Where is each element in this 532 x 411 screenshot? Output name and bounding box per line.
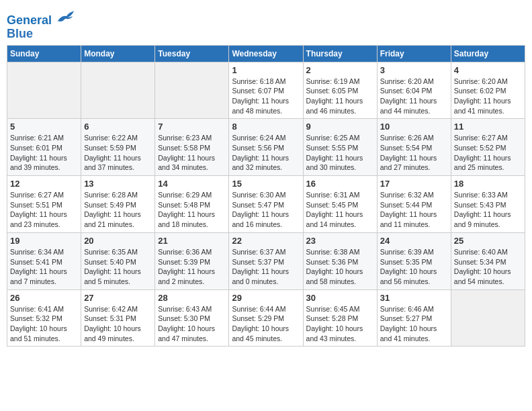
daylight-text: Daylight: 10 hours and 41 minutes. — [380, 324, 448, 343]
sunrise-text: Sunrise: 6:42 AM — [84, 304, 152, 314]
calendar-cell: 9Sunrise: 6:25 AMSunset: 5:55 PMDaylight… — [303, 119, 377, 176]
sunset-text: Sunset: 5:52 PM — [454, 143, 522, 153]
calendar-cell: 29Sunrise: 6:44 AMSunset: 5:29 PMDayligh… — [229, 289, 303, 347]
sunset-text: Sunset: 5:35 PM — [380, 257, 448, 267]
sunrise-text: Sunrise: 6:25 AM — [306, 133, 374, 143]
sunset-text: Sunset: 5:30 PM — [158, 314, 226, 324]
day-info: Sunrise: 6:40 AMSunset: 5:34 PMDaylight:… — [454, 247, 522, 287]
calendar-week-row: 26Sunrise: 6:41 AMSunset: 5:32 PMDayligh… — [7, 289, 525, 347]
calendar-cell: 3Sunrise: 6:20 AMSunset: 6:04 PMDaylight… — [377, 62, 451, 119]
calendar-week-row: 12Sunrise: 6:27 AMSunset: 5:51 PMDayligh… — [7, 176, 525, 233]
day-number: 2 — [306, 65, 374, 75]
sunset-text: Sunset: 6:05 PM — [306, 86, 374, 96]
day-number: 20 — [84, 236, 152, 246]
daylight-text: Daylight: 11 hours and 41 minutes. — [454, 96, 522, 116]
calendar-cell: 17Sunrise: 6:32 AMSunset: 5:44 PMDayligh… — [377, 176, 451, 233]
sunrise-text: Sunrise: 6:43 AM — [158, 304, 226, 314]
sunrise-text: Sunrise: 6:32 AM — [380, 190, 448, 200]
calendar-cell: 11Sunrise: 6:27 AMSunset: 5:52 PMDayligh… — [451, 119, 525, 176]
daylight-text: Daylight: 11 hours and 37 minutes. — [84, 153, 152, 173]
day-number: 30 — [306, 293, 374, 303]
sunrise-text: Sunrise: 6:19 AM — [306, 77, 374, 87]
sunrise-text: Sunrise: 6:46 AM — [380, 304, 448, 314]
day-info: Sunrise: 6:22 AMSunset: 5:59 PMDaylight:… — [84, 133, 152, 173]
day-number: 26 — [10, 293, 78, 303]
calendar-cell: 14Sunrise: 6:29 AMSunset: 5:48 PMDayligh… — [155, 176, 229, 233]
logo-general: General — [7, 13, 52, 27]
daylight-text: Daylight: 11 hours and 5 minutes. — [84, 267, 152, 286]
day-info: Sunrise: 6:32 AMSunset: 5:44 PMDaylight:… — [380, 190, 448, 230]
calendar-cell: 16Sunrise: 6:31 AMSunset: 5:45 PMDayligh… — [303, 176, 377, 233]
day-number: 4 — [454, 65, 522, 75]
calendar-cell: 22Sunrise: 6:37 AMSunset: 5:37 PMDayligh… — [229, 232, 303, 289]
sunrise-text: Sunrise: 6:22 AM — [84, 133, 152, 143]
calendar-table: SundayMondayTuesdayWednesdayThursdayFrid… — [7, 45, 525, 347]
sunset-text: Sunset: 5:40 PM — [84, 257, 152, 267]
daylight-text: Daylight: 11 hours and 48 minutes. — [232, 96, 300, 116]
day-number: 7 — [158, 122, 226, 132]
sunrise-text: Sunrise: 6:39 AM — [380, 247, 448, 257]
sunrise-text: Sunrise: 6:35 AM — [84, 247, 152, 257]
sunset-text: Sunset: 5:34 PM — [454, 257, 522, 267]
day-info: Sunrise: 6:20 AMSunset: 6:04 PMDaylight:… — [380, 77, 448, 116]
day-number: 28 — [158, 293, 226, 303]
calendar-cell: 30Sunrise: 6:45 AMSunset: 5:28 PMDayligh… — [303, 289, 377, 347]
day-info: Sunrise: 6:39 AMSunset: 5:35 PMDaylight:… — [380, 247, 448, 287]
calendar-cell: 7Sunrise: 6:23 AMSunset: 5:58 PMDaylight… — [155, 119, 229, 176]
daylight-text: Daylight: 10 hours and 45 minutes. — [232, 324, 300, 343]
day-info: Sunrise: 6:27 AMSunset: 5:51 PMDaylight:… — [10, 190, 78, 230]
day-info: Sunrise: 6:38 AMSunset: 5:36 PMDaylight:… — [306, 247, 374, 287]
day-number: 16 — [306, 179, 374, 189]
day-info: Sunrise: 6:29 AMSunset: 5:48 PMDaylight:… — [158, 190, 226, 230]
daylight-text: Daylight: 11 hours and 18 minutes. — [158, 210, 226, 229]
day-number: 5 — [10, 122, 78, 132]
sunset-text: Sunset: 5:47 PM — [232, 200, 300, 210]
sunset-text: Sunset: 5:56 PM — [232, 143, 300, 153]
day-info: Sunrise: 6:43 AMSunset: 5:30 PMDaylight:… — [158, 304, 226, 344]
calendar-cell: 12Sunrise: 6:27 AMSunset: 5:51 PMDayligh… — [7, 176, 81, 233]
sunrise-text: Sunrise: 6:34 AM — [10, 247, 78, 257]
day-info: Sunrise: 6:44 AMSunset: 5:29 PMDaylight:… — [232, 304, 300, 344]
day-number: 24 — [380, 236, 448, 246]
sunset-text: Sunset: 5:55 PM — [306, 143, 374, 153]
calendar-cell: 2Sunrise: 6:19 AMSunset: 6:05 PMDaylight… — [303, 62, 377, 119]
daylight-text: Daylight: 10 hours and 49 minutes. — [84, 324, 152, 343]
calendar-cell — [155, 62, 229, 119]
sunset-text: Sunset: 5:32 PM — [10, 314, 78, 324]
day-number: 21 — [158, 236, 226, 246]
calendar-cell: 31Sunrise: 6:46 AMSunset: 5:27 PMDayligh… — [377, 289, 451, 347]
daylight-text: Daylight: 11 hours and 14 minutes. — [306, 210, 374, 229]
daylight-text: Daylight: 11 hours and 32 minutes. — [232, 153, 300, 173]
day-info: Sunrise: 6:25 AMSunset: 5:55 PMDaylight:… — [306, 133, 374, 173]
sunrise-text: Sunrise: 6:20 AM — [380, 77, 448, 87]
calendar-cell — [81, 62, 155, 119]
sunrise-text: Sunrise: 6:44 AM — [232, 304, 300, 314]
day-number: 17 — [380, 179, 448, 189]
daylight-text: Daylight: 10 hours and 56 minutes. — [380, 267, 448, 286]
day-number: 29 — [232, 293, 300, 303]
calendar-cell: 21Sunrise: 6:36 AMSunset: 5:39 PMDayligh… — [155, 232, 229, 289]
sunrise-text: Sunrise: 6:29 AM — [158, 190, 226, 200]
day-info: Sunrise: 6:26 AMSunset: 5:54 PMDaylight:… — [380, 133, 448, 173]
day-number: 27 — [84, 293, 152, 303]
logo-blue: Blue — [7, 27, 33, 40]
day-number: 15 — [232, 179, 300, 189]
calendar-cell: 8Sunrise: 6:24 AMSunset: 5:56 PMDaylight… — [229, 119, 303, 176]
calendar-cell: 4Sunrise: 6:20 AMSunset: 6:02 PMDaylight… — [451, 62, 525, 119]
sunset-text: Sunset: 5:45 PM — [306, 200, 374, 210]
daylight-text: Daylight: 11 hours and 25 minutes. — [454, 153, 522, 173]
sunset-text: Sunset: 5:29 PM — [232, 314, 300, 324]
sunrise-text: Sunrise: 6:37 AM — [232, 247, 300, 257]
calendar-cell — [451, 289, 525, 347]
sunrise-text: Sunrise: 6:27 AM — [454, 133, 522, 143]
calendar-cell: 1Sunrise: 6:18 AMSunset: 6:07 PMDaylight… — [229, 62, 303, 119]
logo-bird-icon — [56, 9, 75, 24]
daylight-text: Daylight: 10 hours and 54 minutes. — [454, 267, 522, 286]
day-info: Sunrise: 6:20 AMSunset: 6:02 PMDaylight:… — [454, 77, 522, 116]
sunrise-text: Sunrise: 6:33 AM — [454, 190, 522, 200]
daylight-text: Daylight: 10 hours and 58 minutes. — [306, 267, 374, 286]
day-info: Sunrise: 6:36 AMSunset: 5:39 PMDaylight:… — [158, 247, 226, 287]
calendar-cell: 26Sunrise: 6:41 AMSunset: 5:32 PMDayligh… — [7, 289, 81, 347]
daylight-text: Daylight: 11 hours and 16 minutes. — [232, 210, 300, 229]
day-number: 31 — [380, 293, 448, 303]
